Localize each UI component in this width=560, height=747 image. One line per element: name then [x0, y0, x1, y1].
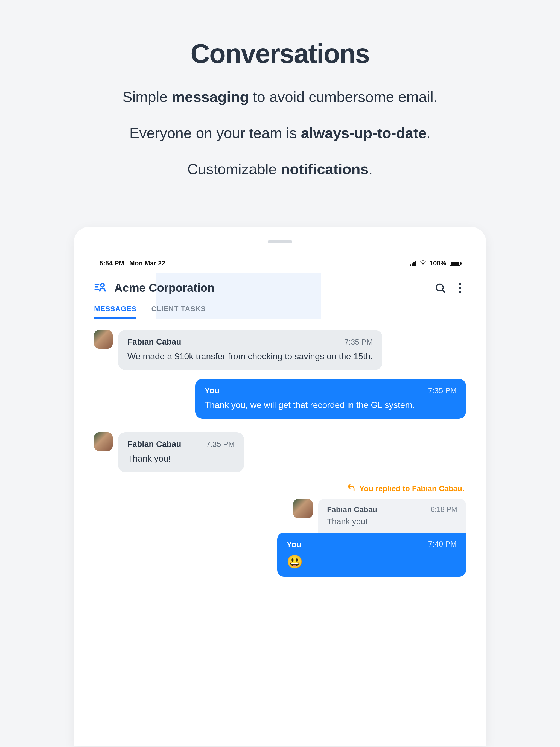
quoted-row: Fabian Cabau 6:18 PM Thank you! — [94, 499, 466, 533]
subhead-3: Customizable notifications. — [0, 160, 560, 177]
page-title: Conversations — [0, 38, 560, 69]
text: . — [427, 125, 431, 141]
tab-client-tasks[interactable]: CLIENT TASKS — [151, 305, 206, 319]
sender-name: Fabian Cabau — [127, 439, 181, 449]
text-bold: notifications — [281, 161, 368, 177]
subhead-1: Simple messaging to avoid cumbersome ema… — [0, 88, 560, 105]
tabs: MESSAGES CLIENT TASKS — [94, 300, 466, 319]
text-bold: always-up-to-date — [301, 125, 427, 141]
message-body: Thank you! — [327, 517, 457, 526]
avatar[interactable] — [94, 330, 113, 349]
sender-name: You — [205, 386, 219, 395]
message-bubble[interactable]: You 7:40 PM 😃 — [277, 533, 466, 577]
sender-name: Fabian Cabau — [127, 337, 181, 346]
text: Everyone on your team is — [129, 125, 301, 141]
message-row: Fabian Cabau 7:35 PM We made a $10k tran… — [94, 330, 466, 370]
message-body: Thank you! — [127, 452, 235, 465]
svg-point-4 — [101, 284, 104, 287]
battery-percent: 100% — [430, 259, 446, 267]
status-date: Mon Mar 22 — [129, 259, 166, 267]
text: to avoid cumbersome email. — [249, 88, 437, 105]
status-time: 5:54 PM — [100, 259, 124, 267]
wifi-icon — [420, 259, 426, 267]
more-icon[interactable] — [454, 283, 466, 293]
message-time: 7:35 PM — [344, 338, 373, 346]
app-header: Acme Corporation MESSAGES CLIENT TASKS — [74, 273, 486, 319]
message-bubble[interactable]: Fabian Cabau 7:35 PM Thank you! — [118, 432, 244, 472]
message-row: You 7:35 PM Thank you, we will get that … — [94, 379, 466, 419]
text: . — [368, 161, 373, 177]
message-time: 7:35 PM — [428, 386, 457, 395]
cellular-icon — [410, 261, 416, 266]
reply-icon — [347, 483, 355, 494]
message-body: We made a $10k transfer from checking to… — [127, 350, 373, 363]
text-bold: messaging — [172, 88, 249, 105]
quoted-bubble[interactable]: Fabian Cabau 6:18 PM Thank you! — [318, 499, 466, 533]
text: Customizable — [187, 161, 281, 177]
message-time: 7:35 PM — [206, 440, 235, 449]
emoji-content: 😃 — [286, 554, 457, 570]
device-frame: 5:54 PM Mon Mar 22 100% Acme Corporation — [74, 227, 486, 746]
contacts-icon[interactable] — [94, 281, 107, 295]
device-notch — [268, 240, 292, 243]
svg-point-0 — [423, 264, 423, 265]
reply-notice: You replied to Fabian Cabau. — [94, 483, 466, 494]
sender-name: Fabian Cabau — [327, 505, 377, 514]
status-bar: 5:54 PM Mon Mar 22 100% — [74, 259, 486, 267]
message-time: 7:40 PM — [428, 540, 457, 549]
reply-notice-text: You replied to Fabian Cabau. — [359, 484, 464, 493]
message-bubble[interactable]: Fabian Cabau 7:35 PM We made a $10k tran… — [118, 330, 382, 370]
message-row: Fabian Cabau 7:35 PM Thank you! — [94, 432, 466, 472]
text: Simple — [123, 88, 172, 105]
subhead-2: Everyone on your team is always-up-to-da… — [0, 124, 560, 141]
avatar[interactable] — [94, 432, 113, 451]
svg-line-6 — [442, 290, 444, 292]
message-body: Thank you, we will get that recorded in … — [205, 398, 457, 412]
avatar[interactable] — [293, 499, 313, 518]
message-time: 6:18 PM — [431, 505, 457, 514]
org-title: Acme Corporation — [114, 281, 427, 294]
tab-messages[interactable]: MESSAGES — [94, 305, 136, 319]
search-icon[interactable] — [434, 282, 446, 294]
message-bubble[interactable]: You 7:35 PM Thank you, we will get that … — [195, 379, 466, 419]
chat-area[interactable]: Fabian Cabau 7:35 PM We made a $10k tran… — [74, 319, 486, 577]
battery-icon — [450, 261, 460, 266]
sender-name: You — [286, 540, 301, 549]
